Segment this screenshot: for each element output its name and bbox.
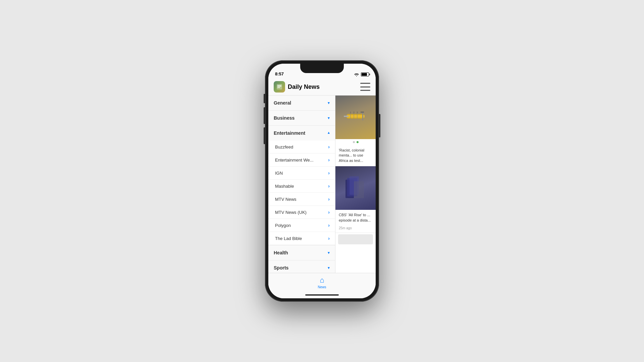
subcategory-mashable[interactable]: Mashable ›: [268, 180, 335, 193]
general-chevron-icon: ▾: [328, 101, 330, 105]
mute-button[interactable]: [264, 94, 265, 103]
category-general-label: General: [274, 100, 291, 106]
news-caption-2: CBS' 'All Rise' to ... episode at a dist…: [335, 210, 376, 226]
main-area: General ▾ Business ▾ Ent: [268, 96, 376, 273]
home-indicator: [268, 292, 376, 298]
subcategory-lad-bible-label: The Lad Bible: [275, 236, 302, 241]
dot-indicators: [335, 139, 376, 145]
sports-chevron-icon: ▾: [328, 265, 330, 270]
nav-label-news: News: [318, 285, 326, 289]
subcategory-lad-bible[interactable]: The Lad Bible ›: [268, 232, 335, 245]
health-chevron-icon: ▾: [328, 250, 330, 255]
category-health-header[interactable]: Health ▾: [268, 245, 335, 260]
subcategory-mtv-news-uk-label: MTV News (UK): [275, 210, 307, 215]
category-business-label: Business: [274, 115, 294, 121]
hamburger-line-2: [360, 86, 370, 87]
hamburger-line-3: [360, 90, 370, 91]
dot-1: [353, 141, 355, 143]
svg-rect-5: [346, 115, 365, 118]
nav-item-news[interactable]: ⌂ News: [318, 276, 326, 289]
dot-2-active: [357, 141, 359, 143]
power-button[interactable]: [379, 114, 380, 137]
subcategory-mtv-news-label: MTV News: [275, 197, 297, 202]
svg-rect-18: [354, 181, 364, 198]
header-left: Daily News: [274, 81, 320, 93]
category-health-label: Health: [274, 250, 288, 255]
subcategory-polygon-label: Polygon: [275, 223, 291, 228]
news-card-1[interactable]: 1 2 3 'Racist, colonial menta... to use …: [335, 96, 376, 166]
category-business: Business ▾: [268, 111, 335, 126]
status-icons: [354, 72, 369, 76]
news-caption-1: 'Racist, colonial menta... to use Africa…: [335, 145, 376, 166]
phone-frame: 8:57: [265, 60, 379, 302]
svg-rect-7: [361, 112, 364, 113]
svg-rect-1: [277, 85, 281, 86]
subcategory-ign-label: IGN: [275, 171, 283, 176]
notch: [300, 64, 344, 73]
app-content: Daily News General ▾: [268, 78, 376, 298]
subcategory-ign[interactable]: IGN ›: [268, 167, 335, 180]
category-sports-header[interactable]: Sports ▾: [268, 260, 335, 273]
phone-screen: 8:57: [268, 64, 376, 298]
svg-text:2: 2: [353, 111, 355, 114]
status-time: 8:57: [275, 71, 284, 76]
news-meta-2: 25m ago: [335, 226, 376, 233]
buzzfeed-arrow-icon: ›: [328, 144, 330, 149]
entertainment-chevron-icon: ▾: [328, 131, 330, 135]
app-header: Daily News: [268, 78, 376, 96]
app-title: Daily News: [288, 83, 320, 90]
bottom-nav: ⌂ News: [268, 273, 376, 292]
category-general-header[interactable]: General ▾: [268, 96, 335, 110]
category-general: General ▾: [268, 96, 335, 111]
news-image-2: [335, 166, 376, 210]
subcategory-buzzfeed[interactable]: Buzzfeed ›: [268, 140, 335, 154]
subcategory-mtv-news-uk[interactable]: MTV News (UK) ›: [268, 206, 335, 219]
category-sports: Sports ▾: [268, 260, 335, 273]
entertainment-subcategory-list: Buzzfeed › Entertainment We... › IGN ›: [268, 140, 335, 245]
category-health: Health ▾: [268, 245, 335, 260]
ign-arrow-icon: ›: [328, 170, 330, 176]
mtv-arrow-icon: ›: [328, 196, 330, 202]
subcategory-mtv-news[interactable]: MTV News ›: [268, 193, 335, 206]
placeholder-card: [338, 234, 373, 244]
svg-rect-8: [344, 116, 348, 117]
home-icon: ⌂: [320, 276, 324, 285]
svg-text:1: 1: [350, 111, 351, 114]
wifi-icon: [354, 72, 359, 76]
news-card-2[interactable]: CBS' 'All Rise' to ... episode at a dist…: [335, 166, 376, 233]
subcategory-buzzfeed-label: Buzzfeed: [275, 144, 293, 149]
content-panel: 1 2 3 'Racist, colonial menta... to use …: [335, 96, 376, 273]
subcategory-mashable-label: Mashable: [275, 184, 294, 189]
polygon-arrow-icon: ›: [328, 223, 330, 228]
hamburger-line-1: [360, 83, 370, 84]
ew-arrow-icon: ›: [328, 157, 330, 163]
home-indicator-bar: [305, 294, 339, 296]
mtv-uk-arrow-icon: ›: [328, 209, 330, 215]
svg-rect-2: [277, 86, 281, 87]
svg-rect-3: [277, 87, 280, 88]
subcategory-polygon[interactable]: Polygon ›: [268, 219, 335, 232]
category-sports-label: Sports: [274, 265, 288, 270]
svg-text:3: 3: [357, 111, 358, 114]
subcategory-entertainment-weekly-label: Entertainment We...: [275, 158, 314, 163]
category-entertainment: Entertainment ▾ Buzzfeed › Entertainment…: [268, 126, 335, 245]
business-chevron-icon: ▾: [328, 116, 330, 120]
subcategory-entertainment-weekly[interactable]: Entertainment We... ›: [268, 154, 335, 167]
volume-up-button[interactable]: [264, 107, 265, 124]
news-image-1: 1 2 3: [335, 96, 376, 139]
mashable-arrow-icon: ›: [328, 183, 330, 189]
hamburger-button[interactable]: [360, 83, 370, 91]
app-icon: [274, 81, 285, 93]
sidebar: General ▾ Business ▾ Ent: [268, 96, 335, 273]
battery-icon: [361, 72, 369, 76]
volume-down-button[interactable]: [264, 127, 265, 144]
category-business-header[interactable]: Business ▾: [268, 111, 335, 125]
syringe-svg: 1 2 3: [344, 104, 367, 131]
svg-rect-6: [362, 112, 363, 120]
svg-rect-0: [277, 84, 282, 89]
lad-bible-arrow-icon: ›: [328, 236, 330, 241]
category-entertainment-label: Entertainment: [274, 130, 305, 136]
category-entertainment-header[interactable]: Entertainment ▾: [268, 126, 335, 140]
books-svg: [342, 173, 369, 203]
